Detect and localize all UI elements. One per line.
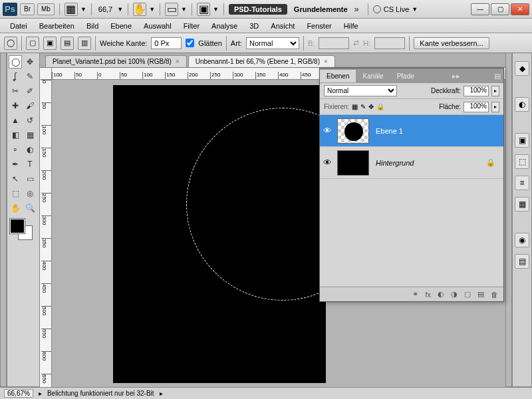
layer-row[interactable]: 👁 Ebene 1 bbox=[320, 115, 503, 147]
visibility-toggle[interactable]: 👁 bbox=[320, 126, 334, 136]
workspace-more-icon[interactable]: » bbox=[354, 4, 359, 14]
tab-kanaele[interactable]: Kanäle bbox=[356, 70, 390, 82]
zoom-value[interactable]: 66,7 bbox=[96, 5, 114, 13]
lock-trans-icon[interactable]: ▦ bbox=[352, 103, 358, 110]
menu-bild[interactable]: Bild bbox=[80, 20, 104, 32]
3dcam-tool[interactable]: ◎ bbox=[23, 187, 37, 200]
menu-hilfe[interactable]: Hilfe bbox=[338, 20, 364, 32]
status-arrow-icon[interactable]: ▸ bbox=[39, 390, 42, 397]
healing-tool[interactable]: ✚ bbox=[9, 99, 22, 112]
new-layer-icon[interactable]: ▤ bbox=[477, 290, 484, 299]
menu-fenster[interactable]: Fenster bbox=[301, 20, 337, 32]
masks-dock-icon[interactable]: ▦ bbox=[515, 197, 529, 211]
cslive-button[interactable]: CS Live▼ bbox=[373, 5, 418, 13]
refine-edge-button[interactable]: Kante verbessern... bbox=[414, 37, 489, 49]
antialias-checkbox[interactable] bbox=[186, 39, 194, 47]
sel-new-icon[interactable]: ▢ bbox=[26, 37, 39, 50]
fill-flyout[interactable]: ▸ bbox=[491, 102, 499, 112]
color-dock-icon[interactable]: ◐ bbox=[515, 97, 529, 112]
style-select[interactable]: Normal bbox=[246, 37, 299, 49]
type-tool[interactable]: T bbox=[23, 158, 37, 171]
delete-layer-icon[interactable]: 🗑 bbox=[491, 291, 498, 299]
menu-filter[interactable]: Filter bbox=[178, 20, 205, 32]
move-tool[interactable]: ✥ bbox=[23, 55, 37, 68]
visibility-toggle[interactable]: 👁 bbox=[320, 158, 334, 168]
panel-flyout-icon[interactable]: ▸▸ bbox=[452, 72, 460, 80]
lock-move-icon[interactable]: ✥ bbox=[368, 103, 374, 110]
opacity-input[interactable]: 100% bbox=[464, 86, 489, 96]
hand-icon[interactable]: ✋ bbox=[133, 3, 146, 16]
lock-paint-icon[interactable]: ✎ bbox=[360, 103, 366, 110]
sel-add-icon[interactable]: ▣ bbox=[43, 37, 57, 50]
maximize-button[interactable]: ▢ bbox=[491, 3, 509, 15]
bridge-button[interactable]: Br bbox=[20, 3, 35, 15]
layer-thumbnail[interactable] bbox=[337, 118, 369, 144]
menu-ebene[interactable]: Ebene bbox=[104, 20, 138, 32]
minibridge-button[interactable]: Mb bbox=[37, 3, 55, 15]
color-swatches[interactable] bbox=[9, 219, 38, 241]
history-brush-tool[interactable]: ↺ bbox=[23, 114, 37, 127]
tab-ebenen[interactable]: Ebenen bbox=[320, 70, 356, 82]
layer-group-icon[interactable]: ▢ bbox=[464, 290, 471, 299]
crop-tool[interactable]: ✂ bbox=[9, 84, 22, 98]
shape-tool[interactable]: ▭ bbox=[23, 172, 37, 186]
status-arrow-icon[interactable]: ▸ bbox=[160, 390, 163, 397]
menu-ansicht[interactable]: Ansicht bbox=[265, 20, 301, 32]
stamp-tool[interactable]: ▲ bbox=[9, 114, 22, 127]
ruler-origin[interactable] bbox=[40, 68, 52, 80]
layer-name[interactable]: Hintergrund bbox=[376, 159, 414, 167]
view-extras-icon[interactable]: ▦ bbox=[65, 3, 78, 16]
doc-tab-2[interactable]: Unbenannt-1 bei 66,7% (Ebene 1, RGB/8)× bbox=[188, 55, 335, 67]
styles-dock-icon[interactable]: ▣ bbox=[515, 133, 529, 148]
marquee-tool[interactable]: ◯ bbox=[9, 55, 22, 68]
right-collapse-bar[interactable] bbox=[505, 53, 512, 387]
actions-dock-icon[interactable]: ▤ bbox=[515, 254, 529, 269]
dodge-tool[interactable]: ◐ bbox=[23, 143, 37, 156]
blend-mode-select[interactable]: Normal bbox=[324, 85, 397, 96]
tab-close-icon[interactable]: × bbox=[324, 58, 328, 65]
opacity-flyout[interactable]: ▸ bbox=[491, 86, 499, 96]
eyedropper-tool[interactable]: ✐ bbox=[23, 84, 37, 98]
menu-analyse[interactable]: Analyse bbox=[205, 20, 243, 32]
adjust-dock-icon[interactable]: ≡ bbox=[515, 176, 529, 190]
link-layers-icon[interactable]: ⚭ bbox=[412, 290, 418, 299]
tab-close-icon[interactable]: × bbox=[176, 58, 180, 65]
workspace-button[interactable]: PSD-Tutorials bbox=[229, 4, 287, 15]
hand-tool[interactable]: ✋ bbox=[9, 201, 22, 215]
layer-fx-icon[interactable]: fx bbox=[425, 291, 431, 299]
lock-all-icon[interactable]: 🔒 bbox=[376, 103, 384, 110]
menu-bearbeiten[interactable]: Bearbeiten bbox=[33, 20, 80, 32]
swatches-dock-icon[interactable]: ⬚ bbox=[515, 154, 529, 169]
panel-menu-icon[interactable]: ▤ bbox=[494, 72, 501, 80]
menu-3d[interactable]: 3D bbox=[243, 20, 265, 32]
sel-int-icon[interactable]: ▥ bbox=[78, 37, 91, 50]
history-dock-icon[interactable]: ◉ bbox=[515, 233, 529, 247]
left-collapse-bar[interactable] bbox=[0, 53, 7, 387]
gradient-tool[interactable]: ▦ bbox=[23, 128, 37, 142]
tab-pfade[interactable]: Pfade bbox=[390, 70, 421, 82]
screenmode-icon[interactable]: ▣ bbox=[197, 3, 210, 16]
blur-tool[interactable]: ∘ bbox=[9, 143, 22, 156]
sel-sub-icon[interactable]: ▤ bbox=[61, 37, 74, 50]
arrange-icon[interactable]: ▭ bbox=[165, 3, 178, 16]
layer-row[interactable]: 👁 Hintergrund 🔒 bbox=[320, 147, 503, 179]
doc-tab-1[interactable]: Planet_Variante1.psd bei 100% (RGB/8)× bbox=[45, 55, 187, 67]
close-button[interactable]: ✕ bbox=[511, 3, 529, 15]
workspace-label[interactable]: Grundelemente bbox=[294, 5, 348, 13]
quickselect-tool[interactable]: ✎ bbox=[23, 70, 37, 83]
fill-input[interactable]: 100% bbox=[464, 102, 489, 112]
pen-tool[interactable]: ✒ bbox=[9, 158, 22, 171]
brush-tool[interactable]: 🖌 bbox=[23, 99, 37, 112]
eraser-tool[interactable]: ◧ bbox=[9, 128, 22, 142]
layer-thumbnail[interactable] bbox=[337, 150, 369, 176]
fg-swatch[interactable] bbox=[10, 219, 25, 233]
layer-mask-icon[interactable]: ◐ bbox=[438, 290, 444, 299]
minimize-button[interactable]: — bbox=[471, 3, 489, 15]
zoom-tool[interactable]: 🔍 bbox=[23, 201, 37, 215]
menu-auswahl[interactable]: Auswahl bbox=[138, 20, 178, 32]
lasso-tool[interactable]: ʆ bbox=[9, 70, 22, 83]
path-tool[interactable]: ↖ bbox=[9, 172, 22, 186]
feather-input[interactable] bbox=[151, 37, 182, 49]
menu-datei[interactable]: Datei bbox=[4, 20, 33, 32]
document-canvas[interactable] bbox=[113, 85, 326, 383]
